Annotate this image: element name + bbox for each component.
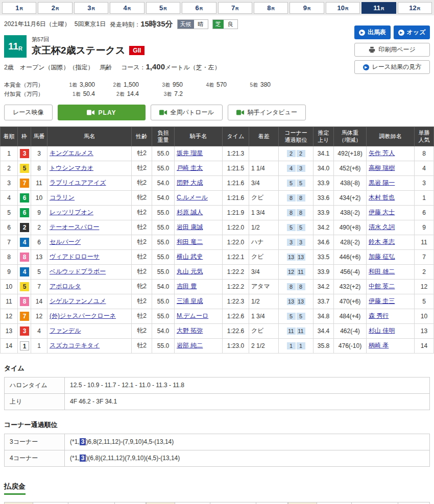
trainer-link[interactable]: 伊藤 圭三	[369, 297, 395, 305]
jockey-link[interactable]: M.デムーロ	[177, 312, 208, 319]
trainer-link[interactable]: 木村 哲也	[369, 194, 395, 201]
payout-section-title: 払戻金	[4, 482, 26, 495]
entry-table-button[interactable]: ▶ 出馬表	[354, 26, 391, 39]
frame-badge: 7	[20, 312, 29, 321]
corner-row: 3コーナー(*1,3)6,8(2,11,12)-(7,9,10)4,5-(13,…	[5, 434, 430, 450]
trainer-link[interactable]: 高柳 瑞樹	[369, 164, 395, 171]
horse-name-link[interactable]: キングエルメス	[50, 149, 93, 157]
trainer-link[interactable]: 加藤 征弘	[369, 253, 395, 260]
horse-name-link[interactable]: テーオースパロー	[50, 223, 99, 231]
horse-number: 8	[31, 161, 47, 175]
extra-prize-label: 付加賞（万円）	[4, 90, 51, 98]
race-tab-11r[interactable]: 11R	[361, 2, 396, 14]
weather-label: 天候	[178, 20, 194, 29]
value-text: (*1,	[70, 438, 80, 445]
race-tab-suffix: R	[417, 6, 421, 11]
frame-cell: 5	[18, 279, 31, 294]
margin: 1 1/4	[249, 161, 279, 175]
jockey-link[interactable]: 吉田 豊	[177, 283, 197, 290]
horse-name-link[interactable]: コラリン	[50, 194, 75, 201]
trainer-link[interactable]: 森 秀行	[369, 312, 389, 319]
race-tab-7r[interactable]: 7R	[218, 2, 252, 14]
race-tab-1r[interactable]: 1R	[2, 2, 36, 14]
corner-positions: 33	[279, 235, 314, 249]
trainer-link[interactable]: 伊藤 大士	[369, 209, 395, 216]
result-guide-button[interactable]: ▶ レース結果の見方	[354, 60, 430, 74]
horse-name-link[interactable]: スズカコテキタイ	[50, 342, 100, 349]
jockey-link[interactable]: 坂井 瑠星	[177, 149, 203, 157]
horse-name-link[interactable]: ラブリイユアアイズ	[50, 179, 106, 186]
jockey-link[interactable]: 丸山 元気	[177, 268, 203, 275]
carried-weight: 55.0	[152, 146, 175, 161]
trainer-link[interactable]: 鈴木 孝志	[369, 238, 395, 245]
horse-name-link[interactable]: ファンデル	[50, 327, 81, 334]
jockey-interview-button[interactable]: 騎手インタビュー	[228, 105, 306, 120]
corner-position-box: 8	[287, 194, 296, 201]
result-row: 12712(外)ジャスパークローネ牡255.0M.デムーロ1:22.61 3/4…	[1, 309, 434, 323]
sex-age: 牡2	[132, 146, 152, 161]
race-tab-8r[interactable]: 8R	[254, 2, 288, 14]
frame-cell: 3	[18, 323, 31, 338]
jockey-link[interactable]: 大野 拓弥	[177, 327, 203, 334]
trainer-link[interactable]: 中館 英二	[369, 283, 395, 290]
extra-prize-row: 付加賞（万円） 1着50.42着14.43着7.2	[4, 89, 430, 98]
horse-name-link[interactable]: (外)ジャスパークローネ	[50, 312, 116, 319]
finish-position: 7	[1, 235, 18, 249]
race-tab-4r[interactable]: 4R	[110, 2, 144, 14]
jockey-link[interactable]: C.ルメール	[177, 194, 208, 201]
race-tab-3r[interactable]: 3R	[74, 2, 108, 14]
horse-name-link[interactable]: セルバーグ	[50, 238, 81, 245]
horse-name-link[interactable]: レッツリブオン	[50, 209, 93, 216]
race-tab-2r[interactable]: 2R	[38, 2, 72, 14]
margin: 1 3/4	[249, 205, 279, 220]
race-conditions: 2歳 オープン（国際）（指定） 馬齢 コース：1,400メートル（芝・左）	[4, 62, 354, 72]
corner-position-box: 13	[297, 298, 305, 305]
race-tab-6r[interactable]: 6R	[182, 2, 216, 14]
finish-position: 9	[1, 264, 18, 279]
course-label: コース：	[121, 64, 146, 71]
race-name: 京王杯2歳ステークス	[32, 44, 125, 57]
race-video-button[interactable]: レース映像	[4, 105, 53, 120]
jockey-link[interactable]: 団野 大成	[177, 179, 203, 186]
race-tab-10r[interactable]: 10R	[326, 2, 360, 14]
jockey-link[interactable]: 三浦 皇成	[177, 297, 203, 305]
trainer-link[interactable]: 清水 久詞	[369, 223, 395, 231]
play-video-button[interactable]: PLAY	[58, 105, 146, 120]
horse-name-link[interactable]: ヴィアドロローサ	[50, 253, 100, 260]
race-tab-12r[interactable]: 12R	[398, 2, 432, 14]
jockey-link[interactable]: 岩田 康誠	[177, 223, 203, 231]
sex-age: 牡2	[132, 235, 152, 249]
print-page-button[interactable]: 印刷用ページ	[354, 43, 430, 57]
trainer-link[interactable]: 柄崎 孝	[369, 342, 389, 349]
win-popularity: 11	[415, 235, 434, 249]
jockey-link[interactable]: 杉原 誠人	[177, 209, 203, 216]
results-column-header: 馬番	[31, 127, 47, 146]
last-3f-time: 34.6	[314, 235, 334, 249]
sex-age: 牡2	[132, 249, 152, 264]
trainer-link[interactable]: 矢作 芳人	[369, 149, 395, 157]
race-tab-5r[interactable]: 5R	[146, 2, 180, 14]
body-weight: 434(+2)	[334, 190, 367, 205]
corner-positions: 88	[279, 190, 314, 205]
trainer-link[interactable]: 和田 雄二	[369, 268, 395, 275]
prize-place: 2着	[116, 90, 125, 98]
trainer-link[interactable]: 黒岩 陽一	[369, 179, 395, 186]
jockey-link[interactable]: 和田 竜二	[177, 238, 203, 245]
horse-name-cell: ヴィアドロローサ	[47, 249, 132, 264]
horse-name-link[interactable]: アポロルタ	[50, 283, 81, 290]
trainer-link[interactable]: 杉山 佳明	[369, 327, 395, 334]
patrol-video-button[interactable]: 全周パトロール	[151, 105, 223, 120]
race-tab-9r[interactable]: 9R	[290, 2, 324, 14]
payout-group: 馬連3-87,450円33番人気馬単3-814,070円65番人気3連複3-8-…	[288, 502, 430, 504]
race-tab-suffix: R	[272, 6, 275, 11]
horse-name-link[interactable]: トウシンマカオ	[50, 164, 93, 171]
jockey-link[interactable]: 岩部 純二	[177, 342, 203, 349]
horse-name-link[interactable]: シゲルファンノユメ	[50, 297, 106, 305]
horse-name-link[interactable]: ベルウッドブラボー	[50, 268, 106, 275]
jockey-link[interactable]: 戸崎 圭太	[177, 164, 203, 171]
jockey-link[interactable]: 横山 武史	[177, 253, 203, 260]
result-row: 569レッツリブオン牡255.0杉原 誠人1:21.91 3/48833.943…	[1, 205, 434, 220]
turf-condition-badge: 芝 良	[212, 19, 238, 29]
corner-position-box: 5	[297, 180, 305, 187]
odds-button[interactable]: ▶ オッズ	[394, 26, 430, 39]
